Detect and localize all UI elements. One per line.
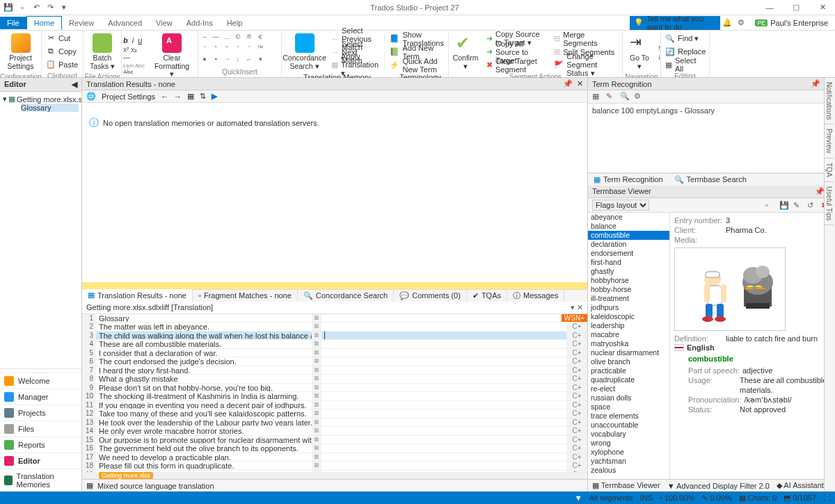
- segment-row[interactable]: 17We need to develop a practicable plan.…: [82, 453, 587, 462]
- term-list-item[interactable]: declaration: [588, 240, 669, 249]
- nav-welcome[interactable]: Welcome: [0, 373, 81, 389]
- term-list-item[interactable]: vocabulary: [588, 430, 669, 439]
- bottom-tab-mixed[interactable]: Mixed source language translation: [97, 482, 214, 490]
- notification-bell-icon[interactable]: 🔔: [720, 18, 734, 27]
- tab-term-recognition[interactable]: ▦ Term Recognition: [588, 174, 669, 186]
- nav-editor[interactable]: Editor: [0, 453, 81, 469]
- term-list-item[interactable]: leadership: [588, 321, 669, 330]
- arrow-right-icon[interactable]: →: [174, 92, 182, 101]
- segment-row[interactable]: 5I consider that a declaration of war.🗎C…: [82, 349, 587, 358]
- nav-projects[interactable]: Projects: [0, 405, 81, 421]
- term-list-item[interactable]: ghastly: [588, 267, 669, 276]
- tree-glossary[interactable]: Glossary: [21, 104, 79, 112]
- nav-files[interactable]: Files: [0, 421, 81, 437]
- concordance-search-button[interactable]: Concordance Search ▾: [283, 32, 326, 72]
- term-list-item[interactable]: re-elect: [588, 384, 669, 393]
- term-list-item[interactable]: jodhpurs: [588, 303, 669, 312]
- bottom-tab-termbase[interactable]: ▦ Termbase Viewer: [592, 481, 660, 490]
- pin-icon[interactable]: 📌: [811, 79, 820, 88]
- term-list-item[interactable]: olive branch: [588, 357, 669, 366]
- segment-row[interactable]: 6The court endorsed the judge's decision…: [82, 357, 587, 366]
- nav-tm[interactable]: Translation Memories: [0, 469, 81, 491]
- close-icon[interactable]: ✕: [810, 0, 835, 15]
- sort-icon[interactable]: ⇅: [200, 92, 206, 101]
- segment-row[interactable]: 7I heard the story first-hand.🗎C+: [82, 366, 587, 375]
- side-tips[interactable]: Useful Tips: [825, 182, 834, 225]
- segment-row[interactable]: 8What a ghastly mistake🗎C+: [82, 375, 587, 384]
- tab-translation-results[interactable]: ▦ Translation Results - none: [82, 289, 193, 302]
- viewer-save-icon[interactable]: 💾: [779, 201, 789, 210]
- save-icon[interactable]: 💾: [3, 2, 14, 13]
- select-all-button[interactable]: ▦ Select All: [662, 58, 708, 71]
- segment-row[interactable]: 10The shocking ill-treatment of Kashmiri…: [82, 392, 587, 401]
- term-list-item[interactable]: yachtsman: [588, 457, 669, 466]
- qat-dropdown-icon[interactable]: ▾: [58, 2, 70, 13]
- tab-concordance[interactable]: 🔍 Concordance Search: [298, 290, 394, 302]
- segment-row[interactable]: 3The child was walking along the wall wh…: [82, 332, 587, 341]
- find-button[interactable]: 🔍 Find ▾: [662, 32, 708, 44]
- segment-row[interactable]: 9Please don't sit on that hobby-horse, y…: [82, 384, 587, 393]
- viewer-cancel-icon[interactable]: ↺: [807, 201, 817, 210]
- tell-me-search[interactable]: 💡 Tell me what you want to do...: [630, 16, 720, 30]
- nav-manager[interactable]: Manager: [0, 389, 81, 405]
- tb-new-icon[interactable]: ▦: [592, 92, 602, 101]
- restore-icon[interactable]: ▢: [784, 0, 809, 15]
- menu-addins[interactable]: Add-Ins: [180, 17, 220, 29]
- clear-formatting-button[interactable]: AClear Formatting ▾: [148, 32, 196, 80]
- term-list-item[interactable]: endorsement: [588, 249, 669, 258]
- status-filter-icon[interactable]: ▼: [575, 494, 582, 502]
- qat-icon[interactable]: ▫: [17, 2, 28, 13]
- term-list-item[interactable]: matryoshka: [588, 339, 669, 348]
- settings-gear-icon[interactable]: ⚙: [734, 18, 748, 27]
- quick-add-term-button[interactable]: ⚡ Quick Add New Term: [387, 59, 447, 72]
- close-panel-icon[interactable]: ✕: [577, 79, 583, 88]
- segment-row[interactable]: 16The government held out the olive bran…: [82, 444, 587, 453]
- menu-review[interactable]: Review: [62, 17, 101, 29]
- term-list-item[interactable]: xylophone: [588, 448, 669, 457]
- menu-file[interactable]: File: [0, 17, 26, 29]
- term-list-item[interactable]: abeyance: [588, 213, 669, 222]
- term-list-item[interactable]: russian dolls: [588, 393, 669, 403]
- cut-button[interactable]: ✂Cut: [43, 32, 81, 44]
- term-list-item[interactable]: nuclear disarmament: [588, 348, 669, 357]
- arrow-left-icon[interactable]: ←: [161, 92, 168, 101]
- batch-tasks-button[interactable]: Batch Tasks ▾: [85, 32, 120, 72]
- status-expand-icon[interactable]: ⛶: [823, 494, 831, 502]
- term-list-item[interactable]: combustible: [588, 231, 669, 240]
- viewer-new-icon[interactable]: ▫: [765, 201, 775, 209]
- menu-advanced[interactable]: Advanced: [101, 17, 149, 29]
- tool-globe-icon[interactable]: 🌐: [86, 92, 96, 101]
- term-list-item[interactable]: unaccountable: [588, 421, 669, 430]
- term-list-item[interactable]: hobby-horse: [588, 285, 669, 294]
- segment-row[interactable]: 12Take too many of these and you'll see …: [82, 409, 587, 418]
- goto-button[interactable]: ⇥Go To ▾: [624, 32, 655, 72]
- tr-project-settings[interactable]: Project Settings: [102, 92, 155, 101]
- segment-row[interactable]: 13He took over the leadership of the Lab…: [82, 418, 587, 428]
- term-list[interactable]: abeyancebalancecombustibledeclarationend…: [588, 213, 670, 479]
- nav-reports[interactable]: Reports: [0, 437, 81, 453]
- term-list-item[interactable]: practicable: [588, 366, 669, 375]
- tb-set-icon[interactable]: ⚙: [634, 92, 644, 101]
- bottom-tab-ai[interactable]: ◆ AI Assistant: [777, 481, 824, 490]
- document-name[interactable]: Getting more.xlsx.sdlxliff [Translation]: [86, 303, 213, 312]
- menu-help[interactable]: Help: [220, 17, 250, 29]
- term-list-item[interactable]: wrong: [588, 439, 669, 448]
- quickinsert-grid[interactable]: –—…©®€ '""''™ ●▪→↓⌐▾: [200, 33, 265, 65]
- term-list-item[interactable]: hobbyhorse: [588, 276, 669, 285]
- side-notifications[interactable]: Notifications: [825, 78, 834, 124]
- tree-minus-icon[interactable]: ▾ ▦ Getting more.xlsx.sdlxliff [: [3, 95, 79, 104]
- segment-row[interactable]: 14He only ever wrote macabre horror stor…: [82, 427, 587, 436]
- term-list-item[interactable]: ill-treatment: [588, 294, 669, 303]
- minimize-icon[interactable]: —: [757, 0, 782, 15]
- tree-file[interactable]: Getting more.xlsx.sdlxliff [: [17, 95, 81, 104]
- term-list-item[interactable]: balance: [588, 222, 669, 231]
- segment-row[interactable]: 19They have re-elected him to Parliament…: [82, 471, 587, 473]
- term-list-item[interactable]: zealous: [588, 466, 669, 475]
- pin-icon[interactable]: 📌: [563, 79, 573, 88]
- paste-button[interactable]: 📋Paste: [43, 58, 81, 71]
- segment-row[interactable]: 15Our purpose is to promote support for …: [82, 436, 587, 445]
- bottom-tab-filter[interactable]: ▼ Advanced Display Filter 2.0: [667, 482, 770, 490]
- viewer-edit-icon[interactable]: ✎: [793, 201, 803, 210]
- copy-button[interactable]: ⧉Copy: [43, 45, 81, 58]
- menu-view[interactable]: View: [149, 17, 180, 29]
